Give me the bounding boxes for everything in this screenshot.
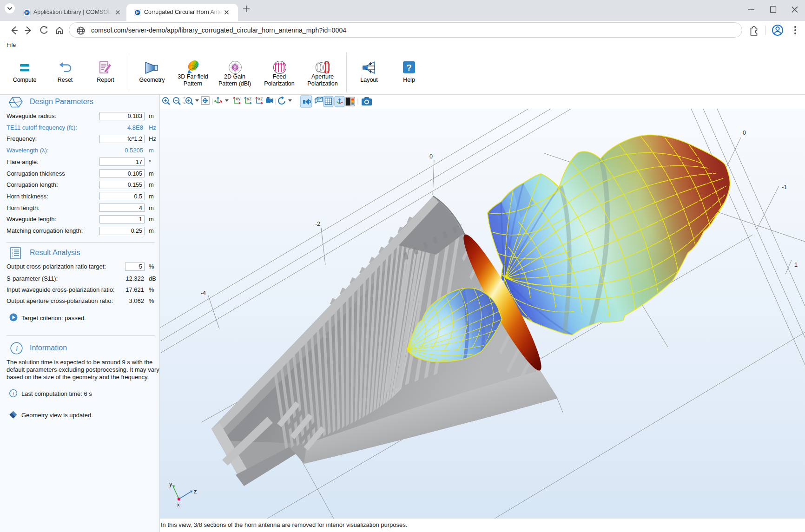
svg-text:i: i (13, 391, 14, 396)
svg-text:-2: -2 (315, 221, 320, 227)
svg-text:?: ? (406, 63, 412, 72)
svg-text:0: 0 (743, 130, 746, 136)
svg-text:y: y (169, 480, 172, 487)
svg-text:yz: yz (247, 96, 252, 101)
svg-text:x: x (177, 502, 180, 507)
svg-text:xz: xz (258, 96, 263, 101)
svg-text:z: z (194, 488, 197, 495)
svg-text:-1: -1 (782, 184, 787, 190)
svg-text:xy: xy (236, 96, 241, 101)
svg-text:-4: -4 (201, 290, 206, 296)
svg-text:i: i (16, 344, 18, 353)
svg-text:0: 0 (429, 153, 433, 160)
svg-text:1: 1 (794, 262, 798, 268)
